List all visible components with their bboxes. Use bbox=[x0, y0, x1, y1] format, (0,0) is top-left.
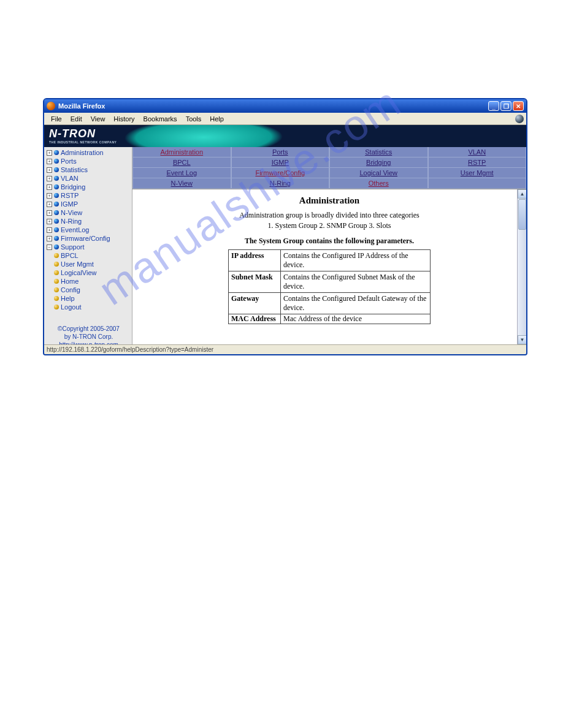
bullet-icon bbox=[54, 236, 59, 241]
nav-igmp[interactable]: IGMP bbox=[231, 157, 330, 168]
sidebar: +Administration+Ports+Statistics+VLAN+Br… bbox=[44, 147, 132, 344]
menu-history[interactable]: History bbox=[109, 114, 139, 124]
nav-empty bbox=[428, 178, 527, 189]
expand-icon[interactable]: + bbox=[47, 184, 52, 190]
sidebar-item-label: BPCL bbox=[61, 251, 79, 260]
intro-line-2: 1. System Group 2. SNMP Group 3. Slots bbox=[142, 221, 516, 230]
subheading: The System Group contains the following … bbox=[142, 237, 516, 246]
sidebar-item-label: Support bbox=[61, 243, 85, 251]
sidebar-item-bridging[interactable]: +Bridging bbox=[45, 183, 132, 191]
expand-icon[interactable]: + bbox=[47, 227, 52, 233]
expand-icon[interactable]: + bbox=[47, 176, 52, 181]
banner: N-TRON THE INDUSTRIAL NETWORK COMPANY bbox=[44, 125, 526, 147]
menu-help[interactable]: Help bbox=[205, 114, 228, 124]
window-controls: _ ❐ ✕ bbox=[488, 101, 524, 111]
sidebar-item-label: IGMP bbox=[61, 200, 78, 208]
sidebar-item-firmware-config[interactable]: +Firmware/Config bbox=[45, 234, 132, 243]
expand-icon[interactable]: + bbox=[47, 193, 52, 199]
nav-statistics[interactable]: Statistics bbox=[329, 147, 428, 157]
sidebar-item-statistics[interactable]: +Statistics bbox=[45, 165, 132, 174]
sidebar-child-home[interactable]: Home bbox=[45, 277, 132, 286]
intro-line-1: Administration group is broadly divided … bbox=[142, 211, 516, 220]
sidebar-child-logicalview[interactable]: LogicalView bbox=[45, 268, 132, 277]
firefox-icon bbox=[47, 102, 55, 110]
sidebar-child-help[interactable]: Help bbox=[45, 294, 132, 303]
bullet-icon bbox=[54, 210, 59, 215]
sidebar-item-label: Home bbox=[61, 277, 79, 286]
close-button[interactable]: ✕ bbox=[513, 101, 524, 111]
sidebar-item-administration[interactable]: +Administration bbox=[45, 148, 132, 157]
scroll-down-arrow[interactable]: ▼ bbox=[518, 335, 526, 344]
table-row: Subnet MaskContains the Configured Subne… bbox=[229, 271, 431, 293]
sidebar-item-rstp[interactable]: +RSTP bbox=[45, 191, 132, 200]
expand-icon[interactable]: + bbox=[47, 150, 52, 156]
maximize-button[interactable]: ❐ bbox=[500, 101, 511, 111]
table-row: MAC AddressMac Address of the device bbox=[229, 314, 431, 324]
nav-event-log[interactable]: Event Log bbox=[132, 168, 231, 178]
expand-icon[interactable]: + bbox=[47, 202, 52, 207]
titlebar: Mozilla Firefox _ ❐ ✕ bbox=[44, 99, 526, 113]
bullet-icon bbox=[54, 202, 59, 207]
nav-n-view[interactable]: N-View bbox=[132, 178, 231, 189]
sidebar-item-igmp[interactable]: +IGMP bbox=[45, 200, 132, 208]
expand-icon[interactable]: − bbox=[47, 245, 52, 250]
sidebar-item-ports[interactable]: +Ports bbox=[45, 157, 132, 165]
sidebar-item-label: Config bbox=[61, 286, 80, 294]
bullet-icon bbox=[54, 159, 59, 164]
menu-bookmarks[interactable]: Bookmarks bbox=[139, 114, 182, 124]
nav-others[interactable]: Others bbox=[329, 178, 428, 189]
sidebar-item-n-ring[interactable]: +N-Ring bbox=[45, 217, 132, 226]
nav-bridging[interactable]: Bridging bbox=[329, 157, 428, 168]
nav-vlan[interactable]: VLAN bbox=[428, 147, 527, 157]
bullet-icon bbox=[54, 176, 59, 181]
logo-text: N-TRON bbox=[49, 127, 96, 140]
bullet-icon bbox=[54, 193, 59, 198]
expand-icon[interactable]: + bbox=[47, 159, 52, 164]
sidebar-item-support[interactable]: −Support bbox=[45, 243, 132, 251]
minimize-button[interactable]: _ bbox=[488, 101, 499, 111]
param-desc: Contains the Configured IP Address of th… bbox=[281, 250, 431, 271]
footer-copyright: ©Copyright 2005-2007 bbox=[45, 325, 132, 333]
sidebar-item-label: User Mgmt bbox=[61, 260, 94, 268]
nav-administration[interactable]: Administration bbox=[132, 147, 231, 157]
sidebar-item-label: Ports bbox=[61, 157, 77, 165]
status-text: http://192.168.1.220/goform/helpDescript… bbox=[47, 346, 213, 353]
sidebar-child-logout[interactable]: Logout bbox=[45, 303, 132, 311]
scroll-up-arrow[interactable]: ▲ bbox=[518, 189, 526, 199]
nav-logical-view[interactable]: Logical View bbox=[329, 168, 428, 178]
menu-file[interactable]: File bbox=[47, 114, 66, 124]
sidebar-child-user-mgmt[interactable]: User Mgmt bbox=[45, 260, 132, 268]
nav-n-ring[interactable]: N-Ring bbox=[231, 178, 330, 189]
menu-edit[interactable]: Edit bbox=[66, 114, 86, 124]
sidebar-item-eventlog[interactable]: +EventLog bbox=[45, 226, 132, 234]
sidebar-child-bpcl[interactable]: BPCL bbox=[45, 251, 132, 260]
nav-firmware-config[interactable]: Firmware/Config bbox=[231, 168, 330, 178]
sidebar-item-vlan[interactable]: +VLAN bbox=[45, 174, 132, 183]
param-desc: Contains the Configured Default Gateway … bbox=[281, 293, 431, 314]
sidebar-item-label: Statistics bbox=[61, 165, 88, 174]
expand-icon[interactable]: + bbox=[47, 210, 52, 216]
nav-user-mgmt[interactable]: User Mgmt bbox=[428, 168, 527, 178]
nav-bpcl[interactable]: BPCL bbox=[132, 157, 231, 168]
nav-rstp[interactable]: RSTP bbox=[428, 157, 527, 168]
sidebar-item-label: N-Ring bbox=[61, 217, 82, 226]
bullet-icon bbox=[54, 270, 59, 275]
browser-window: Mozilla Firefox _ ❐ ✕ File Edit View His… bbox=[43, 98, 527, 355]
sidebar-child-config[interactable]: Config bbox=[45, 286, 132, 294]
expand-icon[interactable]: + bbox=[47, 167, 52, 173]
vertical-scrollbar[interactable]: ▲ ▼ bbox=[517, 189, 526, 344]
expand-icon[interactable]: + bbox=[47, 219, 52, 224]
bullet-icon bbox=[54, 296, 59, 301]
menu-tools[interactable]: Tools bbox=[182, 114, 206, 124]
sidebar-item-label: EventLog bbox=[61, 226, 89, 234]
menu-view[interactable]: View bbox=[86, 114, 110, 124]
sidebar-item-n-view[interactable]: +N-View bbox=[45, 208, 132, 217]
content: AdministrationPortsStatisticsVLANBPCLIGM… bbox=[132, 147, 526, 344]
bullet-icon bbox=[54, 279, 59, 284]
sidebar-footer: ©Copyright 2005-2007 by N-TRON Corp. htt… bbox=[45, 325, 132, 344]
expand-icon[interactable]: + bbox=[47, 236, 52, 241]
scroll-thumb[interactable] bbox=[518, 199, 526, 230]
param-name: Gateway bbox=[229, 293, 281, 314]
nav-ports[interactable]: Ports bbox=[231, 147, 330, 157]
content-body: Administration Administration group is b… bbox=[132, 189, 526, 344]
